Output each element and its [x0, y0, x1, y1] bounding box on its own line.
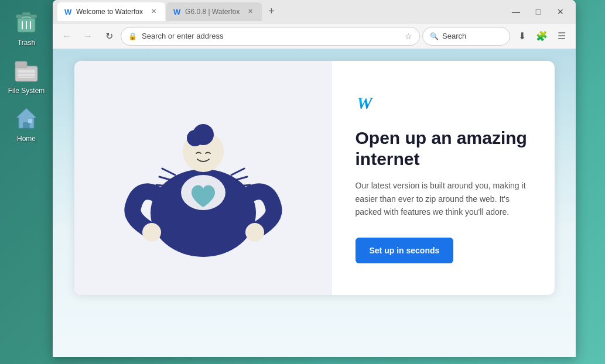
new-tab-button[interactable]: +: [263, 4, 279, 20]
tab-bar: W Welcome to Waterfox ✕ W G6.0.8 | Water…: [57, 2, 503, 21]
setup-button[interactable]: Set up in seconds: [356, 238, 454, 263]
minimize-button[interactable]: —: [505, 3, 527, 20]
svg-line-26: [231, 169, 244, 175]
tab-title-g608: G6.0.8 | Waterfox: [185, 8, 240, 16]
desktop-icon-area: Trash File System: [0, 0, 53, 151]
filesystem-icon-label: File System: [8, 87, 45, 95]
address-text: Search or enter address: [142, 32, 400, 40]
nav-actions: ⬇ 🧩 ☰: [512, 27, 571, 46]
download-icon: ⬇: [518, 30, 526, 42]
back-icon: ←: [62, 31, 71, 42]
svg-rect-7: [15, 61, 27, 67]
reload-button[interactable]: ↻: [100, 27, 118, 46]
welcome-title: Open up an amazing internet: [356, 128, 531, 170]
svg-point-17: [187, 130, 203, 146]
search-text: Search: [442, 32, 466, 40]
tab-g608[interactable]: W G6.0.8 | Waterfox ✕: [166, 2, 262, 21]
home-icon-label: Home: [17, 135, 36, 143]
extensions-button[interactable]: 🧩: [532, 27, 551, 46]
title-bar: W Welcome to Waterfox ✕ W G6.0.8 | Water…: [53, 0, 576, 23]
nav-bar: ← → ↻ 🔒 Search or enter address ☆ 🔍 Sear…: [53, 23, 576, 49]
desktop-icon-trash[interactable]: Trash: [3, 5, 50, 50]
welcome-card: W Open up an amazing internet Our latest…: [74, 61, 555, 295]
menu-button[interactable]: ☰: [552, 27, 571, 46]
welcome-description: Our latest version is built around you, …: [356, 179, 531, 218]
tab-welcome[interactable]: W Welcome to Waterfox ✕: [57, 2, 165, 21]
svg-rect-12: [24, 122, 29, 128]
extensions-icon: 🧩: [536, 30, 548, 42]
browser-window: W Welcome to Waterfox ✕ W G6.0.8 | Water…: [53, 0, 576, 357]
svg-rect-13: [28, 119, 32, 123]
browser-content: W Open up an amazing internet Our latest…: [53, 49, 576, 357]
back-button[interactable]: ←: [57, 27, 76, 46]
card-illustration-area: [74, 61, 332, 295]
card-content: W Open up an amazing internet Our latest…: [332, 61, 555, 295]
tab-close-g608[interactable]: ✕: [245, 7, 255, 16]
tab-title-welcome: Welcome to Waterfox: [76, 8, 143, 16]
bookmark-icon[interactable]: ☆: [405, 32, 412, 41]
maximize-button[interactable]: □: [528, 3, 549, 20]
address-bar[interactable]: 🔒 Search or enter address ☆: [121, 27, 420, 46]
forward-icon: →: [83, 31, 93, 42]
address-security-icon: 🔒: [128, 32, 137, 40]
svg-point-18: [142, 223, 161, 242]
svg-rect-2: [22, 12, 30, 16]
svg-line-23: [162, 169, 175, 175]
waterfox-logo: W: [356, 92, 531, 116]
desktop-icon-filesystem[interactable]: File System: [3, 53, 50, 98]
filesystem-icon: [12, 56, 40, 84]
download-button[interactable]: ⬇: [512, 27, 531, 46]
svg-point-19: [245, 223, 264, 242]
forward-button[interactable]: →: [78, 27, 97, 46]
desktop: Trash File System: [0, 0, 605, 364]
tab-close-welcome[interactable]: ✕: [149, 7, 158, 16]
trash-icon: [12, 8, 40, 36]
reload-icon: ↻: [105, 30, 113, 42]
search-icon: 🔍: [430, 32, 439, 40]
svg-text:W: W: [357, 93, 374, 112]
desktop-icon-home[interactable]: Home: [3, 101, 50, 146]
trash-icon-label: Trash: [18, 39, 35, 47]
window-controls: — □ ✕: [505, 3, 571, 20]
close-button[interactable]: ✕: [550, 3, 571, 20]
search-box[interactable]: 🔍 Search: [422, 27, 510, 46]
menu-icon: ☰: [558, 30, 566, 42]
tab-favicon-g608: W: [173, 8, 182, 16]
tab-favicon-welcome: W: [64, 8, 73, 16]
welcome-illustration: [104, 90, 303, 266]
home-icon: [12, 104, 40, 132]
